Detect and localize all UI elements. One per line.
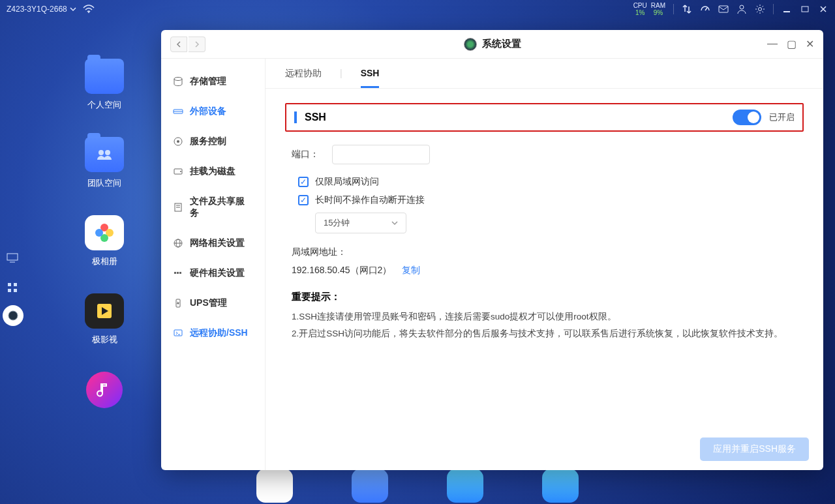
ssh-enable-toggle[interactable] (733, 110, 761, 125)
mail-icon[interactable] (718, 4, 729, 14)
svg-rect-5 (802, 7, 808, 12)
apply-restart-ssh-button[interactable]: 应用并重启SSH服务 (700, 437, 809, 461)
sidebar-item-network[interactable]: 网络相关设置 (161, 228, 265, 258)
cpu-label: CPU (633, 2, 647, 9)
panel-footer: 应用并重启SSH服务 (266, 428, 823, 470)
ram-value: 9% (651, 9, 665, 16)
ssh-header-box: SSH 已开启 (285, 103, 804, 132)
gear-icon[interactable] (755, 4, 765, 14)
sidebar-item-remote-ssh[interactable]: 远程协助/SSH (161, 318, 265, 348)
copy-link[interactable]: 复制 (402, 265, 420, 275)
desktop-label: 极相册 (92, 256, 117, 267)
desktop-icons: 个人空间 团队空间 极相册 极影视 (85, 59, 124, 408)
dock-app-3[interactable] (447, 469, 483, 503)
svg-rect-33 (174, 272, 176, 274)
port-label: 端口： (292, 149, 322, 160)
mount-disk-icon (173, 166, 183, 177)
lan-only-label: 仅限局域网访问 (315, 176, 379, 188)
close-icon[interactable] (818, 4, 828, 14)
svg-rect-37 (174, 330, 182, 336)
desktop-icon-photos[interactable]: 极相册 (85, 215, 124, 267)
svg-rect-35 (179, 272, 181, 274)
window-titlebar: 系统设置 — ▢ ✕ (161, 30, 823, 59)
port-input[interactable] (332, 145, 430, 164)
sidebar-item-mount[interactable]: 挂载为磁盘 (161, 156, 265, 186)
svg-rect-34 (177, 272, 179, 274)
window-title: 系统设置 (482, 38, 521, 50)
bottom-dock (0, 467, 835, 504)
lan-address-value: 192.168.50.45（网口2） (292, 265, 391, 275)
remote-ssh-icon (173, 328, 183, 338)
timeout-value: 15分钟 (324, 217, 350, 229)
sidebar-item-hardware[interactable]: 硬件相关设置 (161, 258, 265, 288)
hardware-icon (173, 268, 183, 278)
tab-remote[interactable]: 远程协助 (285, 68, 322, 88)
maximize-icon[interactable] (800, 4, 810, 14)
sidebar-item-fileshare[interactable]: 文件及共享服务 (161, 186, 265, 228)
ssh-panel: SSH 已开启 端口： ✓ 仅限局域网访问 ✓ 长时间不操作自动断开连接 (266, 89, 823, 428)
svg-point-7 (105, 150, 110, 155)
idle-disconnect-checkbox[interactable]: ✓ (298, 195, 309, 205)
tab-ssh[interactable]: SSH (361, 68, 380, 88)
sidebar-label: 存储管理 (190, 76, 226, 87)
svg-point-19 (8, 311, 18, 320)
dock-app-active[interactable] (3, 305, 23, 326)
dock-grid-icon[interactable] (0, 275, 25, 300)
timeout-select[interactable]: 15分钟 (315, 213, 406, 233)
svg-rect-1 (719, 6, 728, 12)
desktop-icon-music[interactable] (86, 372, 123, 408)
sidebar-item-ups[interactable]: UPS管理 (161, 288, 265, 318)
desktop-icon-personal[interactable]: 个人空间 (85, 59, 124, 111)
cpu-value: 1% (633, 9, 647, 16)
window-minimize-button[interactable]: — (767, 38, 778, 50)
sidebar-label: 服务控制 (190, 136, 226, 147)
dock-monitor-icon[interactable] (0, 245, 25, 270)
folder-team-icon (85, 137, 124, 172)
settings-window: 系统设置 — ▢ ✕ 存储管理 外部设备 服务控制 挂载为磁盘 文件及共享服务 … (161, 30, 823, 470)
svg-rect-13 (7, 254, 18, 260)
svg-rect-17 (8, 289, 11, 292)
sidebar-label: 挂载为磁盘 (190, 166, 235, 177)
dock-app-1[interactable] (256, 469, 293, 503)
sidebar-item-external[interactable]: 外部设备 (161, 96, 265, 126)
minimize-icon[interactable] (782, 4, 792, 14)
svg-rect-18 (14, 289, 17, 292)
sidebar-item-service[interactable]: 服务控制 (161, 126, 265, 156)
movies-icon (85, 293, 124, 329)
notice-line-2: 2.开启过SSH访问功能后，将失去软件部分的售后服务与技术支持，可以联系售后进行… (292, 327, 804, 341)
ssh-section-title: SSH (294, 111, 326, 123)
lan-only-checkbox[interactable]: ✓ (298, 177, 309, 187)
notice-title: 重要提示： (292, 291, 804, 303)
cpu-ram-monitor[interactable]: CPU1% RAM9% (633, 2, 665, 16)
sidebar-label: 远程协助/SSH (190, 327, 248, 339)
speed-icon[interactable] (700, 4, 710, 14)
network-activity-icon[interactable] (682, 4, 692, 14)
user-icon[interactable] (736, 4, 747, 14)
nav-forward-button[interactable] (189, 37, 205, 52)
window-close-button[interactable]: ✕ (806, 38, 814, 50)
nav-back-button[interactable] (170, 37, 187, 52)
desktop-icon-team[interactable]: 团队空间 (85, 137, 124, 189)
settings-sidebar: 存储管理 外部设备 服务控制 挂载为磁盘 文件及共享服务 网络相关设置 硬件相关… (161, 59, 266, 470)
ups-icon (173, 298, 183, 308)
device-name-label: Z423-3Y1Q-2668 (7, 5, 67, 14)
svg-point-20 (174, 78, 182, 81)
file-share-icon (173, 202, 183, 213)
tab-separator: | (340, 68, 342, 88)
svg-point-24 (177, 140, 179, 143)
tab-bar: 远程协助 | SSH (266, 59, 823, 89)
svg-point-11 (95, 229, 103, 237)
sidebar-item-storage[interactable]: 存储管理 (161, 67, 265, 96)
desktop-icon-movies[interactable]: 极影视 (85, 293, 124, 346)
settings-content: 远程协助 | SSH SSH 已开启 端口： ✓ (266, 59, 823, 470)
sidebar-label: 硬件相关设置 (190, 267, 245, 279)
wifi-icon[interactable] (83, 5, 95, 14)
svg-point-2 (740, 5, 744, 9)
svg-point-26 (180, 171, 181, 172)
photos-icon (85, 215, 124, 250)
dock-app-4[interactable] (542, 469, 579, 503)
device-name-dropdown[interactable]: Z423-3Y1Q-2668 (7, 5, 76, 14)
window-maximize-button[interactable]: ▢ (787, 38, 797, 50)
dock-app-2[interactable] (352, 469, 388, 503)
network-icon (173, 238, 183, 248)
